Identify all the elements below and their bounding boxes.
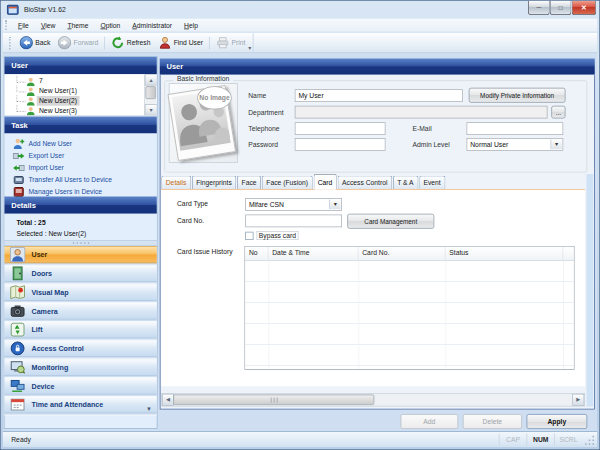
forward-button[interactable]: Forward — [54, 34, 102, 52]
scroll-left-icon[interactable]: ◀ — [162, 394, 174, 406]
tab-fingerprints[interactable]: Fingerprints — [192, 176, 237, 190]
nav-camera[interactable]: Camera — [5, 302, 157, 319]
minimize-button[interactable]: ─ — [528, 1, 550, 15]
user-icon — [26, 106, 35, 115]
nav-access-control[interactable]: Access Control — [5, 340, 157, 357]
tree-item[interactable]: 7 — [5, 77, 157, 87]
admin-level-select[interactable]: Normal User ▼ — [467, 138, 564, 151]
nav-time-attendance[interactable]: Time and Attendance — [5, 396, 157, 413]
device-icon — [10, 378, 26, 394]
user-icon — [26, 77, 35, 86]
resize-grip[interactable] — [582, 432, 596, 446]
nav-visual-map[interactable]: Visual Map — [5, 284, 157, 301]
refresh-button[interactable]: Refresh — [107, 34, 154, 52]
lift-icon — [10, 322, 26, 338]
nav-monitoring[interactable]: Monitoring — [5, 359, 157, 376]
modify-private-information-button[interactable]: Modify Private Information — [469, 88, 566, 103]
bypass-card-checkbox[interactable]: Bypass card — [245, 231, 298, 240]
back-button[interactable]: Back — [16, 34, 54, 52]
email-input[interactable] — [467, 122, 564, 135]
details-info: Total : 25 Selected : New User(2) — [5, 214, 157, 240]
table-header: No Date & Time Card No. Status — [245, 247, 574, 261]
tree-item[interactable]: New User(3) — [5, 106, 157, 116]
user-detail-panel: Basic Information No Image Name My User … — [160, 74, 595, 409]
nav-lift[interactable]: Lift — [5, 321, 157, 338]
menu-theme[interactable]: Theme — [61, 18, 94, 32]
find-user-button[interactable]: Find User — [154, 34, 207, 52]
import-user-icon — [13, 162, 25, 174]
sidebar: User 7 New User(1) New User(2) — [4, 56, 158, 429]
card-management-button[interactable]: Card Management — [347, 214, 434, 229]
tab-face[interactable]: Face — [237, 176, 261, 190]
menu-administrator[interactable]: Administrator — [126, 18, 178, 32]
checkbox-box[interactable] — [245, 231, 253, 239]
col-card-no[interactable]: Card No. — [359, 247, 446, 261]
title-bar: BioStar V1.62 ─ □ ✕ — [1, 1, 600, 19]
app-window: BioStar V1.62 ─ □ ✕ File View Theme Opti… — [0, 0, 600, 450]
task-transfer-users[interactable]: Transfer All Users to Device — [5, 174, 157, 186]
col-date-time[interactable]: Date & Time — [269, 247, 359, 261]
menu-view[interactable]: View — [35, 18, 62, 32]
tree-item-selected[interactable]: New User(2) — [5, 96, 157, 106]
toolbar-separator — [209, 36, 210, 49]
card-no-input[interactable] — [245, 215, 342, 228]
close-button[interactable]: ✕ — [572, 1, 597, 15]
col-status[interactable]: Status — [446, 247, 564, 261]
status-scrl: SCRL — [554, 434, 582, 446]
chevron-down-icon: ▼ — [551, 140, 562, 150]
app-icon — [7, 4, 19, 16]
tab-card[interactable]: Card — [313, 174, 337, 190]
scroll-up-icon[interactable]: ▲ — [145, 74, 157, 85]
status-cap: CAP — [499, 434, 527, 446]
details-header: Details — [5, 197, 157, 214]
col-no[interactable]: No — [245, 247, 268, 261]
nav-overflow-icon[interactable]: ▾ — [147, 405, 150, 413]
menu-help[interactable]: Help — [178, 18, 204, 32]
tab-access-control[interactable]: Access Control — [338, 176, 392, 190]
name-label: Name — [248, 92, 266, 100]
status-ready: Ready — [3, 436, 499, 444]
toolbar-grip — [9, 36, 12, 49]
menu-file[interactable]: File — [12, 18, 35, 32]
task-import-user[interactable]: Import User — [5, 162, 157, 174]
forward-icon — [58, 36, 72, 50]
password-input[interactable] — [295, 138, 386, 151]
tree-item[interactable]: New User(1) — [5, 86, 157, 96]
no-image-placeholder[interactable]: No Image — [169, 83, 238, 163]
print-button[interactable]: Print — [212, 34, 249, 52]
task-add-new-user[interactable]: Add New User — [5, 138, 157, 150]
maximize-button[interactable]: □ — [550, 1, 572, 15]
name-input[interactable]: My User — [295, 89, 463, 102]
menu-bar: File View Theme Option Administrator Hel… — [3, 19, 597, 33]
telephone-label: Telephone — [248, 125, 279, 133]
find-user-icon — [158, 36, 172, 50]
department-browse-button[interactable]: ... — [551, 106, 565, 119]
add-button[interactable]: Add — [401, 414, 459, 429]
card-type-select[interactable]: Mifare CSN ▼ — [245, 198, 342, 211]
tab-details[interactable]: Details — [161, 176, 191, 190]
main-area: User Basic Information No Image Name My … — [160, 56, 595, 429]
toolbar-overflow-icon[interactable]: ▾ — [248, 46, 251, 52]
delete-button[interactable]: Delete — [463, 414, 522, 429]
nav-doors[interactable]: Doors — [5, 265, 157, 282]
menu-option[interactable]: Option — [94, 18, 126, 32]
menu-grip — [5, 20, 8, 30]
nav-user[interactable]: User — [5, 246, 157, 263]
horizontal-scrollbar[interactable]: ◀ ▶ — [161, 393, 585, 407]
tab-t-and-a[interactable]: T & A — [393, 176, 418, 190]
password-label: Password — [248, 141, 278, 149]
department-label: Department — [248, 109, 283, 117]
tab-face-fusion[interactable]: Face (Fusion) — [262, 176, 313, 190]
scroll-right-icon[interactable]: ▶ — [572, 394, 584, 406]
nav-filler: ▾ — [5, 415, 157, 416]
telephone-input[interactable] — [295, 122, 386, 135]
visual-map-icon — [10, 284, 26, 300]
apply-button[interactable]: Apply — [527, 414, 588, 429]
transfer-users-icon — [13, 174, 25, 186]
task-export-user[interactable]: Export User — [5, 150, 157, 162]
nav-device[interactable]: Device — [5, 377, 157, 394]
tree-scrollbar[interactable]: ▲ ▼ — [144, 74, 157, 115]
tab-event[interactable]: Event — [419, 176, 445, 190]
scroll-down-icon[interactable]: ▼ — [145, 104, 157, 115]
department-input[interactable] — [295, 106, 548, 119]
